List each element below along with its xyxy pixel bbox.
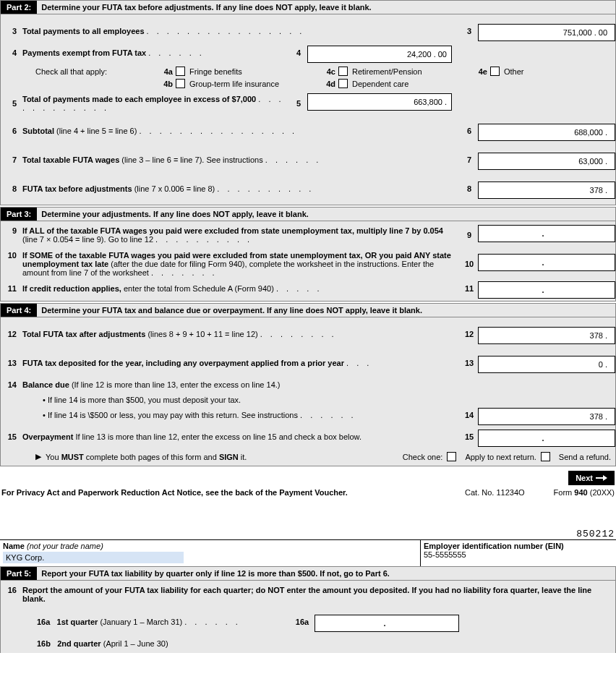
line-4-num: 4	[1, 46, 22, 57]
line-10-right-num: 10	[461, 257, 478, 268]
checkbox-4d[interactable]	[338, 79, 348, 88]
line-8-right-num: 8	[461, 182, 478, 193]
line-16-num: 16	[1, 583, 22, 594]
line-5-label: Total of payments made to each employee …	[22, 92, 290, 112]
part-3-header: Part 3: Determine your adjustments. If a…	[1, 208, 615, 221]
line-9-right-num: 9	[461, 228, 478, 239]
line-14-row: 14 Balance due (If line 12 is more than …	[1, 375, 615, 394]
line-3-label: Total payments to all employees . . . . …	[22, 24, 461, 35]
line-14-num: 14	[1, 377, 22, 389]
line-4-value-box[interactable]: 24,200 . 00	[307, 46, 452, 63]
line-8-row: 8 FUTA tax before adjustments (line 7 x …	[1, 179, 615, 205]
line-16b-row: 16b 2nd quarter (April 1 – June 30)	[1, 634, 615, 653]
part-4-section: Part 4: Determine your FUTA tax and bala…	[0, 303, 616, 466]
page-2-code: 850212	[0, 529, 616, 539]
checkbox-4b[interactable]	[176, 79, 185, 88]
ein-header: Employer identification number (EIN)	[424, 542, 613, 550]
arrow-right-icon	[596, 474, 607, 482]
check-one-group: Check one: Apply to next return. Send a …	[403, 452, 615, 461]
line-7-value-box[interactable]: 63,000 .	[478, 153, 615, 170]
checkbox-4a[interactable]	[176, 67, 185, 76]
line-7-num: 7	[1, 153, 22, 164]
line-4-label: Payments exempt from FUTA tax . . . . . …	[22, 46, 290, 57]
line-12-num: 12	[1, 327, 22, 338]
line-15-value-box[interactable]: .	[478, 430, 615, 447]
line-11-num: 11	[1, 281, 22, 293]
line-4-check-row-2: 4b Group-term life insurance 4d Dependen…	[1, 77, 615, 90]
checkbox-4e[interactable]	[490, 67, 500, 76]
line-12-row: 12 Total FUTA tax after adjustments (lin…	[1, 325, 615, 346]
line-10-value-box[interactable]: .	[478, 254, 615, 271]
line-6-row: 6 Subtotal (line 4 + line 5 = line 6) . …	[1, 121, 615, 143]
line-16a-value-box[interactable]: .	[315, 615, 459, 632]
line-14-right-num: 14	[461, 408, 478, 419]
line-3-value-box[interactable]: 751,000 . 00	[478, 24, 615, 41]
line-8-num: 8	[1, 182, 22, 193]
check-all-apply-label: Check all that apply:	[35, 67, 158, 76]
checkbox-apply-next-return[interactable]	[447, 452, 456, 461]
part-2-badge: Part 2:	[1, 1, 37, 14]
checkbox-send-refund[interactable]	[541, 452, 550, 461]
line-8-value-box[interactable]: 378 .	[478, 182, 615, 199]
line-14-label: Balance due (If line 12 is more than lin…	[22, 377, 461, 389]
part-3-section: Part 3: Determine your adjustments. If a…	[0, 207, 616, 302]
name-header: Name (not your trade name)	[3, 542, 417, 550]
line-12-right-num: 12	[461, 327, 478, 338]
check-4e: Other	[490, 67, 524, 76]
line-10-num: 10	[1, 248, 22, 260]
line-7-right-num: 7	[461, 153, 478, 164]
line-9-value-box[interactable]: .	[478, 225, 615, 242]
line-9-num: 9	[1, 223, 22, 235]
part-2-section: Part 2: Determine your FUTA tax before a…	[0, 0, 616, 205]
part-3-badge: Part 3:	[1, 208, 37, 221]
line-4-row: 4 Payments exempt from FUTA tax . . . . …	[1, 43, 615, 65]
line-6-value-box[interactable]: 688,000 .	[478, 124, 615, 141]
line-6-right-num: 6	[461, 124, 478, 135]
part-4-title: Determine your FUTA tax and balance due …	[41, 306, 422, 315]
check-4b: 4b Group-term life insurance	[158, 79, 298, 88]
line-14-bullet-1: If line 14 is more than $500, you must d…	[1, 394, 615, 406]
line-15-label: Overpayment If line 13 is more than line…	[22, 430, 461, 441]
line-14-value-box[interactable]: 378 .	[478, 408, 615, 425]
line-13-right-num: 13	[461, 356, 478, 367]
line-6-num: 6	[1, 124, 22, 135]
line-16-label: Report the amount of your FUTA tax liabi…	[22, 583, 615, 603]
name-value[interactable]: KYG Corp.	[3, 552, 184, 563]
line-5-mid-num: 5	[290, 96, 307, 108]
line-10-row: 10 If SOME of the taxable FUTA wages you…	[1, 246, 615, 279]
ein-block: Employer identification number (EIN) 55-…	[421, 540, 616, 566]
line-16a-label: 16a 1st quarter (January 1 – March 31) .…	[22, 615, 290, 626]
line-11-label: If credit reduction applies, enter the t…	[22, 281, 461, 293]
line-9-label: If ALL of the taxable FUTA wages you pai…	[22, 223, 461, 244]
check-4c: Retirement/Pension	[338, 67, 469, 76]
checkbox-4c[interactable]	[338, 67, 348, 76]
line-3-num: 3	[1, 24, 22, 35]
line-9-row: 9 If ALL of the taxable FUTA wages you p…	[1, 221, 615, 246]
line-11-row: 11 If credit reduction applies, enter th…	[1, 279, 615, 301]
part-5-title: Report your FUTA tax liability by quarte…	[41, 569, 390, 578]
line-11-value-box[interactable]: .	[478, 281, 615, 299]
line-4-mid-num: 4	[290, 46, 307, 57]
line-16a-mid-num: 16a	[290, 615, 315, 626]
line-6-label: Subtotal (line 4 + line 5 = line 6) . . …	[22, 124, 461, 135]
line-14-bullet-2-row: • If line 14 is \$500 or less, you may p…	[1, 406, 615, 427]
name-ein-row: Name (not your trade name) KYG Corp. Emp…	[0, 539, 616, 566]
line-15-num: 15	[1, 430, 22, 441]
part-5-header: Part 5: Report your FUTA tax liability b…	[1, 567, 615, 581]
line-3-row: 3 Total payments to all employees . . . …	[1, 22, 615, 43]
part-3-title: Determine your adjustments. If any line …	[41, 210, 309, 218]
line-8-label: FUTA tax before adjustments (line 7 x 0.…	[22, 182, 461, 193]
part-4-badge: Part 4:	[1, 304, 37, 317]
line-4-check-row-1: Check all that apply: 4a Fringe benefits…	[1, 65, 615, 77]
line-13-value-box[interactable]: 0 .	[478, 356, 615, 373]
line-3-right-num: 3	[461, 24, 478, 35]
line-16-row: 16 Report the amount of your FUTA tax li…	[1, 581, 615, 605]
line-7-label: Total taxable FUTA wages (line 3 – line …	[22, 153, 461, 164]
line-15-right-num: 15	[461, 430, 478, 441]
line-13-row: 13 FUTA tax deposited for the year, incl…	[1, 354, 615, 375]
footer-row: For Privacy Act and Paperwork Reduction …	[0, 485, 616, 500]
line-5-value-box[interactable]: 663,800 .	[307, 93, 452, 111]
line-12-value-box[interactable]: 378 .	[478, 327, 615, 344]
line-12-label: Total FUTA tax after adjustments (lines …	[22, 327, 461, 338]
next-button[interactable]: Next	[568, 471, 615, 485]
